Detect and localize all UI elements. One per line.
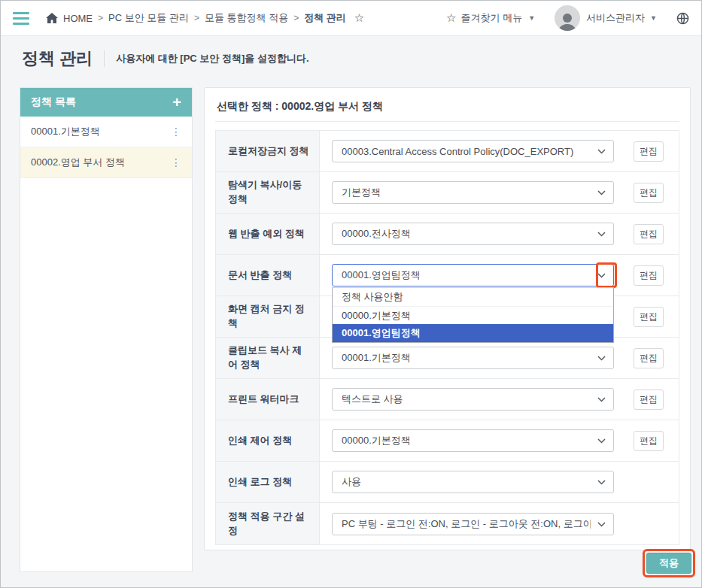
user-menu-button[interactable]: 서비스관리자 ▼ — [586, 11, 657, 25]
row-control: 사용 — [320, 462, 679, 502]
breadcrumb-item[interactable]: PC 보안 모듈 관리 — [108, 11, 189, 25]
policy-select[interactable]: 00001.영업팀정책 — [332, 264, 614, 286]
form-row: 웹 반출 예외 정책00000.전사정책편집 — [216, 214, 679, 255]
breadcrumb-separator: > — [293, 13, 299, 23]
favorites-menu-button[interactable]: ☆ 즐겨찾기 메뉴 ▼ — [446, 11, 535, 25]
form-row: 인쇄 제어 정책00000.기본정책편집 — [216, 420, 679, 462]
page-subtitle: 사용자에 대한 [PC 보안 정책]을 설정합니다. — [116, 52, 308, 65]
policy-select[interactable]: 00001.기본정책 — [332, 347, 614, 369]
user-avatar[interactable] — [555, 5, 580, 31]
chevron-down-icon — [597, 522, 606, 527]
home-icon[interactable] — [46, 13, 58, 23]
policy-name: 00002.영업 부서 정책 — [31, 156, 125, 169]
select-value: 00001.영업팀정책 — [342, 268, 421, 282]
policy-select[interactable]: 00003.Central Access Control Policy(DOC_… — [332, 140, 614, 162]
row-label: 탐색기 복사/이동 정책 — [216, 172, 320, 213]
chevron-down-icon — [597, 149, 606, 154]
person-icon — [556, 11, 579, 31]
row-control: 기본정책편집 — [320, 172, 679, 213]
breadcrumb-item[interactable]: HOME — [63, 13, 93, 24]
form-row: 로컬저장금지 정책00003.Central Access Control Po… — [216, 131, 679, 172]
row-label: 인쇄 로그 정책 — [216, 462, 320, 502]
kebab-menu-icon[interactable]: ⋮ — [168, 126, 184, 138]
highlight-box-apply: 적용 — [643, 549, 695, 577]
edit-button[interactable]: 편집 — [634, 431, 664, 451]
edit-button[interactable]: 편집 — [634, 224, 664, 244]
form-row: 인쇄 로그 정책사용 — [216, 462, 679, 503]
breadcrumb-separator: > — [98, 13, 103, 23]
edit-button[interactable]: 편집 — [634, 265, 664, 286]
page-header: 정책 관리 사용자에 대한 [PC 보안 정책]을 설정합니다. — [22, 47, 309, 70]
policy-list-header: 정책 목록 + — [20, 88, 192, 117]
row-control: 00001.영업팀정책편집정책 사용안함00000.기본정책00001.영업팀정… — [320, 255, 679, 296]
top-right-actions: ☆ 즐겨찾기 메뉴 ▼ 서비스관리자 ▼ — [446, 5, 689, 31]
title-divider — [104, 50, 105, 67]
edit-button[interactable]: 편집 — [634, 389, 664, 410]
top-bar: HOME > PC 보안 모듈 관리 > 모듈 통합정책 적용 > 정책 관리 … — [1, 1, 701, 36]
add-policy-icon[interactable]: + — [172, 95, 181, 110]
row-label: 로컬저장금지 정책 — [216, 131, 320, 171]
chevron-down-icon — [597, 190, 606, 195]
row-control: 텍스트로 사용편집 — [320, 379, 679, 420]
select-value: 00000.기본정책 — [342, 434, 411, 447]
edit-button[interactable]: 편집 — [634, 141, 664, 162]
chevron-down-icon — [597, 397, 606, 402]
language-globe-icon[interactable] — [676, 12, 689, 25]
user-name-label: 서비스관리자 — [586, 11, 645, 25]
select-value: 기본정책 — [342, 186, 381, 199]
breadcrumb-item[interactable]: 모듈 통합정책 적용 — [205, 11, 288, 25]
policy-select[interactable]: PC 부팅 - 로그인 전:ON, 로그인 - 로그아웃 전:ON, 로그아웃 … — [332, 513, 614, 535]
bookmark-star-icon[interactable]: ☆ — [354, 11, 364, 25]
select-value: 사용 — [342, 475, 361, 489]
edit-button[interactable]: 편집 — [634, 348, 664, 368]
row-control: 00000.기본정책편집 — [320, 420, 679, 461]
chevron-down-icon — [597, 273, 606, 278]
row-control: 00001.기본정책편집 — [320, 338, 679, 378]
kebab-menu-icon[interactable]: ⋮ — [168, 156, 184, 168]
select-value: 텍스트로 사용 — [342, 393, 403, 406]
policy-form-table: 로컬저장금지 정책00003.Central Access Control Po… — [215, 130, 679, 545]
dropdown-option[interactable]: 00001.영업팀정책 — [333, 324, 613, 342]
edit-button[interactable]: 편집 — [634, 183, 664, 203]
chevron-down-icon — [597, 356, 606, 361]
row-label: 프린트 워터마크 — [216, 379, 320, 420]
select-value: 00001.기본정책 — [342, 351, 411, 365]
policy-select[interactable]: 텍스트로 사용 — [332, 388, 614, 411]
dropdown-menu: 정책 사용안함00000.기본정책00001.영업팀정책 — [332, 287, 614, 343]
favorites-star-icon: ☆ — [446, 11, 456, 25]
row-label: 클립보드 복사 제어 정책 — [216, 338, 320, 378]
form-row: 문서 반출 정책00001.영업팀정책편집정책 사용안함00000.기본정책00… — [216, 255, 679, 296]
select-value: 00000.전사정책 — [342, 227, 411, 241]
select-value: PC 부팅 - 로그인 전:ON, 로그인 - 로그아웃 전:ON, 로그아웃 … — [342, 517, 591, 531]
row-label: 정책 적용 구간 설정 — [216, 503, 320, 544]
row-label: 인쇄 제어 정책 — [216, 420, 320, 461]
page-title: 정책 관리 — [22, 47, 93, 70]
row-label: 화면 캡처 금지 정책 — [216, 296, 320, 337]
breadcrumb-item-current: 정책 관리 — [304, 11, 346, 25]
policy-select[interactable]: 00000.기본정책 — [332, 429, 614, 452]
breadcrumb-separator: > — [194, 13, 199, 23]
policy-select[interactable]: 사용 — [332, 471, 614, 493]
list-item-selected[interactable]: 00002.영업 부서 정책 ⋮ — [20, 147, 192, 178]
edit-button[interactable]: 편집 — [634, 307, 664, 327]
policy-list-panel: 정책 목록 + 00001.기본정책 ⋮ 00002.영업 부서 정책 ⋮ — [20, 87, 193, 572]
row-control: PC 부팅 - 로그인 전:ON, 로그인 - 로그아웃 전:ON, 로그아웃 … — [320, 503, 679, 544]
policy-select[interactable]: 00000.전사정책 — [332, 223, 614, 245]
policy-name: 00001.기본정책 — [31, 125, 100, 138]
dropdown-option[interactable]: 00000.기본정책 — [333, 306, 613, 324]
row-control: 00000.전사정책편집 — [320, 214, 679, 254]
dropdown-option[interactable]: 정책 사용안함 — [333, 288, 613, 306]
chevron-down-icon: ▼ — [528, 14, 535, 22]
policy-select[interactable]: 기본정책 — [332, 181, 614, 204]
chevron-down-icon — [597, 232, 606, 237]
hamburger-menu-icon[interactable] — [13, 12, 29, 25]
breadcrumb: HOME > PC 보안 모듈 관리 > 모듈 통합정책 적용 > 정책 관리 … — [46, 11, 364, 25]
apply-button[interactable]: 적용 — [646, 553, 691, 574]
favorites-menu-label: 즐겨찾기 메뉴 — [461, 11, 523, 25]
form-row: 정책 적용 구간 설정PC 부팅 - 로그인 전:ON, 로그인 - 로그아웃 … — [216, 503, 679, 544]
row-label: 문서 반출 정책 — [216, 255, 320, 296]
list-item[interactable]: 00001.기본정책 ⋮ — [20, 117, 192, 147]
app-window: HOME > PC 보안 모듈 관리 > 모듈 통합정책 적용 > 정책 관리 … — [0, 0, 702, 588]
row-control: 00003.Central Access Control Policy(DOC_… — [320, 131, 679, 171]
form-row: 클립보드 복사 제어 정책00001.기본정책편집 — [216, 338, 679, 379]
